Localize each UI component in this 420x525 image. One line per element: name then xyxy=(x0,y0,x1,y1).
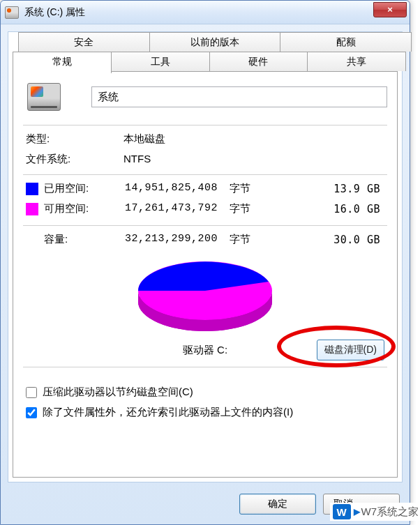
usage-pie-chart: 驱动器 C: 磁盘清理(D) xyxy=(23,256,387,357)
tab-strip: 安全 以前的版本 配额 常规 工具 硬件 共享 xyxy=(8,32,402,71)
capacity-gb: 30.0 GB xyxy=(250,234,387,246)
watermark-badge: W xyxy=(333,504,351,519)
drive-icon-large xyxy=(27,83,61,111)
type-value: 本地磁盘 xyxy=(123,132,387,146)
free-label: 可用空间: xyxy=(44,202,125,215)
tab-security[interactable]: 安全 xyxy=(18,32,150,52)
tab-hardware[interactable]: 硬件 xyxy=(209,52,308,71)
tab-sharing[interactable]: 共享 xyxy=(307,52,406,71)
close-button[interactable]: × xyxy=(373,2,407,17)
free-bytes: 17,261,473,792 xyxy=(125,202,218,215)
drive-letter-label: 驱动器 C: xyxy=(183,344,227,357)
disk-cleanup-button[interactable]: 磁盘清理(D) xyxy=(317,340,384,360)
used-unit: 字节 xyxy=(230,182,250,195)
chevron-right-icon: ▶ xyxy=(354,507,360,517)
free-swatch xyxy=(26,203,38,215)
filesystem-value: NTFS xyxy=(123,153,387,166)
watermark: W ▶ W7系统之家 xyxy=(330,503,421,521)
index-checkbox[interactable] xyxy=(26,407,37,418)
compress-checkbox[interactable] xyxy=(26,387,37,398)
properties-dialog: 系统 (C:) 属性 × 安全 以前的版本 配额 常规 工具 硬件 共享 xyxy=(0,0,410,525)
index-checkbox-row[interactable]: 除了文件属性外，还允许索引此驱动器上文件的内容(I) xyxy=(26,406,387,419)
volume-name-input[interactable] xyxy=(91,86,387,107)
tab-general-panel: 类型: 本地磁盘 文件系统: NTFS 已用空间: 14,951,825,408… xyxy=(13,71,398,478)
type-label: 类型: xyxy=(26,132,123,146)
tab-tools[interactable]: 工具 xyxy=(111,52,210,71)
used-bytes: 14,951,825,408 xyxy=(125,182,218,195)
filesystem-label: 文件系统: xyxy=(26,153,123,166)
divider xyxy=(23,367,387,367)
close-icon: × xyxy=(387,4,393,15)
capacity-label: 容量: xyxy=(44,233,125,246)
index-label: 除了文件属性外，还允许索引此驱动器上文件的内容(I) xyxy=(43,406,293,419)
watermark-text: W7系统之家 xyxy=(361,505,419,519)
tab-general[interactable]: 常规 xyxy=(13,52,112,73)
divider xyxy=(23,174,387,175)
titlebar[interactable]: 系统 (C:) 属性 × xyxy=(1,1,410,24)
free-unit: 字节 xyxy=(230,202,250,215)
divider xyxy=(23,225,387,226)
window-title: 系统 (C:) 属性 xyxy=(24,6,85,19)
divider xyxy=(23,125,387,125)
used-label: 已用空间: xyxy=(44,182,125,195)
pie-svg xyxy=(132,256,278,340)
compress-label: 压缩此驱动器以节约磁盘空间(C) xyxy=(43,386,193,399)
used-gb: 13.9 GB xyxy=(250,183,387,195)
used-swatch xyxy=(26,183,38,195)
ok-button[interactable]: 确定 xyxy=(239,494,316,515)
compress-checkbox-row[interactable]: 压缩此驱动器以节约磁盘空间(C) xyxy=(26,386,387,399)
tab-previous-versions[interactable]: 以前的版本 xyxy=(149,32,281,52)
free-gb: 16.0 GB xyxy=(250,203,387,215)
drive-icon xyxy=(5,6,19,19)
content-area: 安全 以前的版本 配额 常规 工具 硬件 共享 类型: 本地磁盘 文件系统: xyxy=(8,31,403,482)
capacity-bytes: 32,213,299,200 xyxy=(125,233,218,246)
tab-quota[interactable]: 配额 xyxy=(280,32,412,52)
capacity-unit: 字节 xyxy=(230,233,250,246)
